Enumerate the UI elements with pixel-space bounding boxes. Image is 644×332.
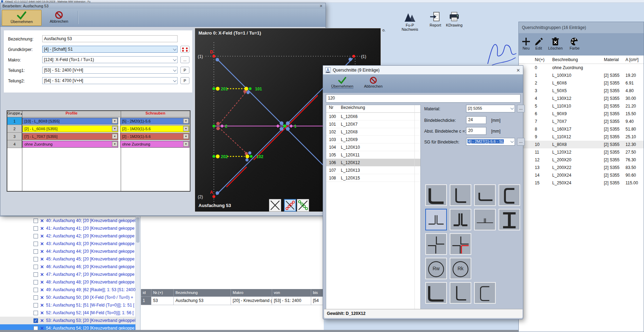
list-item[interactable]: 104 L_120X10 <box>326 143 420 151</box>
table-row[interactable]: 10 L_80X8 [2] S355 12.30 <box>519 141 644 148</box>
tree-item[interactable]: ✕ 50: Ausfachung 50; [30 [X-Feld (To=0 /… <box>0 294 136 301</box>
loeschen-button[interactable]: Löschen <box>546 36 565 50</box>
col-von[interactable]: von <box>272 289 311 297</box>
tree-scrollbar[interactable] <box>135 216 140 330</box>
shape-cross-angles-button[interactable] <box>425 233 447 255</box>
bindeblechdicke-input[interactable]: 24 <box>466 116 486 124</box>
dropdown-arrow-icon[interactable]: ▼ <box>183 118 189 124</box>
material-select[interactable]: [2] S355 <box>466 105 515 112</box>
tree-item[interactable]: ✕ 45: Ausfachung 45; [20 [Kreuzverband g… <box>0 255 136 263</box>
shape-double-angle-button[interactable] <box>425 209 447 230</box>
col-profile[interactable]: Profile <box>22 111 121 117</box>
table-row[interactable]: 9 L_110X12 [2] S355 25.10 <box>519 133 644 141</box>
view-plain-button[interactable] <box>269 199 281 212</box>
view-green-nodes-button[interactable] <box>297 199 309 212</box>
tree-item-checkbox[interactable] <box>33 303 38 308</box>
neu-button[interactable]: Neu <box>520 36 532 50</box>
dropdown-arrow-icon[interactable]: ▼ <box>112 126 118 131</box>
dropdown-arrow-icon[interactable]: ▼ <box>183 141 189 147</box>
tree-item[interactable]: ✕ 42: Ausfachung 42; [20 [Kreuzverband g… <box>0 232 136 240</box>
table-row[interactable]: 8 L_160X17 [2] S355 51.80 <box>519 125 644 133</box>
shape-angle-thick-button[interactable] <box>425 184 447 206</box>
col-id[interactable]: id <box>141 289 151 297</box>
shape-double-angle-flat-button[interactable] <box>474 209 496 230</box>
list-item[interactable]: 108 L_120X15 <box>326 174 420 182</box>
teilung2-select[interactable]: [54] - S1: 4700 [V+H] <box>42 77 178 84</box>
profile-select[interactable]: [2] - L_60X6 [S355] <box>22 125 118 132</box>
tree-item-checkbox[interactable] <box>33 295 38 300</box>
abbrechen-button[interactable]: Abbrechen <box>359 75 387 92</box>
uebernehmen-button[interactable]: Übernehmen <box>2 10 42 26</box>
querschnitte-titlebar[interactable]: Querschnitte (9 Einträge) ✕ <box>323 66 523 75</box>
list-item[interactable]: 106 L_120X12 <box>326 159 420 167</box>
gruppe-cell[interactable]: 4 <box>7 140 22 148</box>
sg-bindeblech-select[interactable]: [4] - 2M27(1)-5.6 - SL <box>466 138 515 146</box>
col-gruppe[interactable]: Gruppe▲ <box>7 111 22 117</box>
table-row[interactable]: 3 L_50X5 [2] S355 4.80 <box>519 87 644 95</box>
teilung2-p-button[interactable]: P <box>180 77 189 84</box>
schrauben-select[interactable]: [2] - 1M20(1)-5.6 <box>120 125 189 132</box>
tree-item[interactable]: ✕ 46: Ausfachung 46; [20 [Kreuzverband g… <box>0 263 136 271</box>
kdrawing-button[interactable]: KDrawing <box>442 11 467 33</box>
tree-item[interactable]: ✕ 52: Ausfachung 52; [44 [M-Feld (To=0)]… <box>0 309 136 317</box>
col-material[interactable]: Material <box>604 57 626 62</box>
makro-select[interactable]: [124]: X-Feld (To=1 / Tu=1) <box>42 56 178 63</box>
profile-select[interactable]: ohne Zuordnung <box>22 141 118 148</box>
table-row[interactable]: 13 L_200X22 [2] S355 83.50 <box>519 164 644 171</box>
shape-cross-angles-red-button[interactable] <box>450 233 471 255</box>
material-more-button[interactable]: ... <box>517 105 525 112</box>
shape-angle-thin2-button[interactable] <box>450 282 471 304</box>
sg-more-button[interactable]: ... <box>517 138 525 146</box>
list-item[interactable]: 103 L_120X9 <box>326 136 420 143</box>
tree-item-checkbox[interactable] <box>33 326 38 330</box>
tree-item[interactable]: ✓ ✕ 53: Ausfachung 53; [20 [Kreuzverband… <box>0 317 136 324</box>
makro-more-button[interactable]: ... <box>180 56 189 63</box>
gruppe-cell[interactable]: 2 <box>7 125 22 133</box>
col-a[interactable]: A [cm²] <box>626 57 644 62</box>
tree-item-checkbox[interactable] <box>33 249 38 254</box>
search-input[interactable]: 120 <box>326 94 521 103</box>
dropdown-arrow-icon[interactable]: ▼ <box>112 118 118 124</box>
col-bis[interactable]: bis <box>311 289 324 297</box>
bezeichnung-input[interactable]: Ausfachung 53 <box>42 35 178 42</box>
tree-item[interactable]: ✕ 54: Ausfachung 54; [20 [Kreuzverband g… <box>0 324 136 330</box>
shape-angle-thin-button[interactable] <box>450 184 471 206</box>
col-nr[interactable]: Nr.(+) <box>151 289 174 297</box>
col-nr[interactable]: Nr(+) <box>535 57 552 62</box>
uebernehmen-button[interactable]: Übernehmen <box>327 75 357 92</box>
tree-item-checkbox[interactable] <box>33 257 38 261</box>
table-row[interactable]: 5 L_110X10 [2] S355 21.20 <box>519 102 644 110</box>
shape-double-angle-bold-button[interactable] <box>450 209 471 230</box>
tree-item[interactable]: ✕ 41: Ausfachung 41; [20 [Kreuzverband g… <box>0 224 136 232</box>
gruppe-cell[interactable]: 3 <box>7 133 22 140</box>
table-row[interactable]: 6 L_90X9 [2] S355 15.50 <box>519 110 644 118</box>
grundkoerper-select[interactable]: [4] - [Schaft] S1 <box>42 46 178 53</box>
shape-angle-rotated-button[interactable] <box>474 184 496 206</box>
table-row[interactable]: 2 L_60X6 [2] S355 6.91 <box>519 79 644 87</box>
view-profile-nodes-button[interactable] <box>284 199 296 212</box>
tree-item-checkbox[interactable] <box>33 280 38 285</box>
shape-rw-button[interactable]: Rw <box>425 258 447 279</box>
tree-item[interactable]: ✕ 49: Ausfachung 49; [62 [Raute]]; 1: 53… <box>0 286 136 294</box>
shape-channel-thin-button[interactable] <box>474 282 496 304</box>
dropdown-arrow-icon[interactable]: ▼ <box>183 134 189 139</box>
farbe-button[interactable]: Farbe <box>567 36 582 50</box>
edit-button[interactable]: Edit <box>533 36 545 50</box>
dropdown-arrow-icon[interactable]: ▼ <box>112 134 118 139</box>
list-item[interactable]: 107 L_120X13 <box>326 167 420 174</box>
tree-item-checkbox[interactable] <box>33 219 38 223</box>
col-schrauben[interactable]: Schrauben <box>121 111 190 117</box>
col-bezeichnung[interactable]: Bezeichnung <box>174 289 231 297</box>
tree-item-checkbox[interactable] <box>33 242 38 246</box>
tree-item-checkbox[interactable] <box>33 288 38 292</box>
table-row[interactable]: 14 L_200X24 [2] S355 90.60 <box>519 171 644 179</box>
profile-select[interactable]: [10] - L_80X8 [S355] <box>22 118 118 125</box>
abst-bindebleche-input[interactable]: 20 <box>466 127 486 135</box>
tree-item[interactable]: ✕ 43: Ausfachung 43; [20 [Kreuzverband g… <box>0 240 136 248</box>
tree-item[interactable]: ✕ 44: Ausfachung 44; [20 [Kreuzverband g… <box>0 248 136 255</box>
tree-item-checkbox[interactable] <box>33 311 38 315</box>
abbrechen-button[interactable]: Abbrechen <box>44 10 74 26</box>
tree-item-checkbox[interactable] <box>33 265 38 269</box>
tree-item-checkbox[interactable] <box>33 226 38 231</box>
tree-item[interactable]: ✕ 48: Ausfachung 48; [20 [Kreuzverband g… <box>0 278 136 286</box>
